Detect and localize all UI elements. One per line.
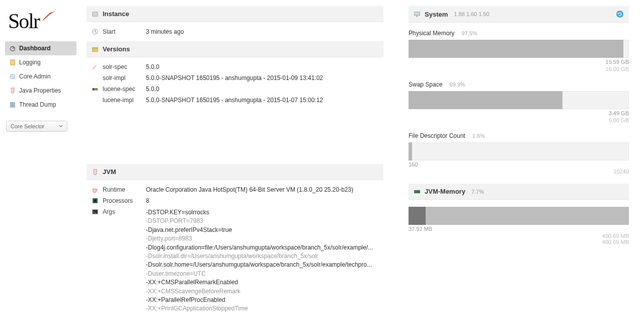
svg-rect-6 [11,106,15,108]
physmem-bar [409,40,629,58]
jvmmem-pct: 7.7% [471,189,484,195]
clock-icon [92,28,99,35]
jvm-arg: -Djetty.port=8983 [146,234,378,243]
jvm-arg: -XX:+PrintGCApplicationStoppedTime [146,304,378,313]
row-label: Runtime [103,186,146,193]
row-value: 8 [146,197,378,204]
lucene-icon [92,86,99,93]
fd-block: File Descriptor Count1.6% 160 10240 [409,132,629,175]
jvm-header: JVM [87,164,383,180]
nav-label: Logging [19,59,41,66]
row-value: 5.0.0 [146,63,378,70]
svg-rect-2 [11,60,15,65]
swap-bar [409,91,629,109]
versions-header: Versions [87,41,383,57]
row-label: Processors [103,197,146,204]
svg-point-18 [616,11,623,18]
jvm-arg: -XX:+CMSScavengeBeforeRemark [146,287,378,296]
jvmmem-bar [409,207,629,225]
jvmmem-header: JVM-Memory 7.7% [409,184,629,200]
sidebar-nav: Dashboard Logging Core Admin Java Proper… [5,41,76,112]
row-label: Args [103,208,146,215]
coffee-icon [92,186,99,193]
svg-rect-19 [415,190,420,193]
swap-block: Swap Space69.9% 3.49 GB 5.00 GB [409,81,629,123]
nav-label: Core Admin [19,73,51,80]
jvm-arg: -Djava.net.preferIPv4Stack=true [146,226,378,234]
thread-dump-icon [9,101,16,108]
fd-bar [409,142,629,160]
chevron-down-icon [59,124,63,128]
dashboard-icon [9,45,16,52]
memory-icon [414,188,421,195]
svg-rect-4 [11,103,15,104]
jvm-arg: -Duser.timezone=UTC [146,270,378,278]
nav-label: Dashboard [19,45,51,52]
jar-icon [92,169,99,176]
svg-rect-12 [93,88,95,90]
svg-rect-14 [94,199,96,202]
nav-label: Thread Dump [19,101,56,108]
monitor-icon [414,11,421,18]
row-value: Oracle Corporation Java HotSpot(TM) 64-B… [146,186,378,193]
java-props-icon [9,87,16,94]
svg-rect-5 [11,104,15,106]
jvmmem-block: 37.92 MB 490.69 MB 490.69 MB [409,207,629,245]
system-header: System 1.88 1.60 1.50 [409,6,629,23]
jvm-arg: -Dsolr.install.dir=/Users/anshumgupta/wo… [146,252,378,261]
jvm-arg: -DSTOP.PORT=7983 [146,217,378,225]
svg-rect-17 [416,16,418,17]
terminal-icon [92,208,99,215]
jvm-arg: -XX:+ParallelRefProcEnabled [146,296,378,304]
svg-rect-7 [93,12,98,16]
nav-java-properties[interactable]: Java Properties [5,84,76,98]
core-selector-dropdown[interactable]: Core Selector [6,121,67,132]
nav-thread-dump[interactable]: Thread Dump [5,98,76,112]
nav-label: Java Properties [19,87,61,94]
nav-logging[interactable]: Logging [5,55,76,69]
row-label: lucene-spec [103,86,146,93]
start-value: 3 minutes ago [146,28,378,35]
solr-logo[interactable]: Solr [8,9,76,33]
nav-dashboard[interactable]: Dashboard [5,41,76,55]
instance-header: Instance [87,6,383,22]
logging-icon [9,59,16,66]
row-value: 5.0.0 [146,86,378,93]
svg-rect-16 [415,12,420,16]
solr-sun-icon [40,10,57,24]
row-value: 5.0.0-SNAPSHOT 1650195 - anshumgupta - 2… [146,97,378,104]
server-icon [92,11,99,18]
row-label: lucene-impl [103,97,146,104]
row-label: solr-spec [103,63,146,70]
refresh-icon[interactable] [616,10,624,18]
nav-core-admin[interactable]: Core Admin [5,69,76,84]
svg-line-1 [13,47,14,49]
jvm-arg: -Dsolr.solr.home=/Users/anshumgupta/work… [146,261,378,269]
jvm-arg: -DSTOP.KEY=solrrocks [146,208,378,217]
core-selector-label: Core Selector [11,123,44,129]
jvm-arg: -XX:+CMSParallelRemarkEnabled [146,278,378,287]
physmem-block: Physical Memory97.5% 15.59 GB 16.00 GB [409,30,629,72]
chip-icon [92,197,99,204]
solr-icon [92,63,99,70]
row-label: solr-impl [103,74,146,82]
svg-rect-10 [93,47,98,49]
row-value: 5.0.0-SNAPSHOT 1650195 - anshumgupta - 2… [146,74,378,82]
start-label: Start [103,28,146,35]
package-icon [92,46,99,53]
jvm-arg: -Dlog4j.configuration=file:/Users/anshum… [146,243,378,252]
load-averages: 1.88 1.60 1.50 [454,11,489,17]
core-admin-icon [9,73,16,80]
logo-text: Solr [8,9,39,33]
args-value: -DSTOP.KEY=solrrocks-DSTOP.PORT=7983-Dja… [146,208,378,313]
